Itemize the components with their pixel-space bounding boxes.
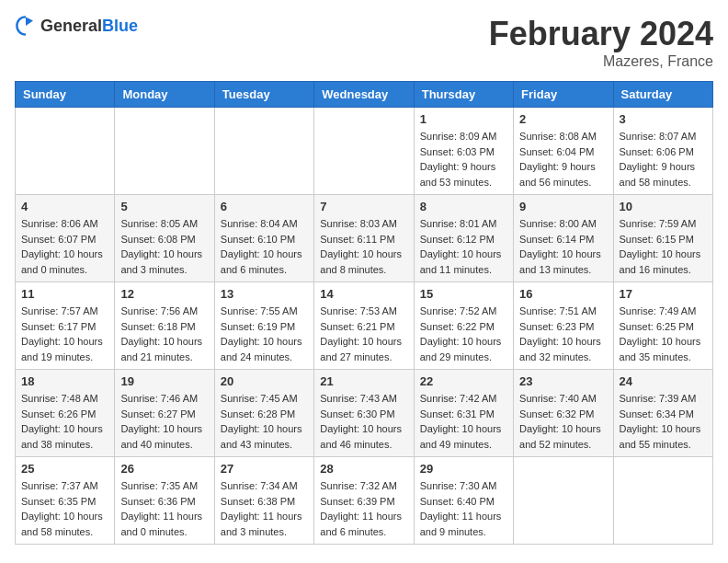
day-info: Sunrise: 7:48 AMSunset: 6:26 PMDaylight:… bbox=[21, 391, 108, 452]
calendar-cell: 17Sunrise: 7:49 AMSunset: 6:25 PMDayligh… bbox=[613, 282, 712, 370]
calendar-week-1: 4Sunrise: 8:06 AMSunset: 6:07 PMDaylight… bbox=[16, 195, 713, 282]
calendar-cell: 12Sunrise: 7:56 AMSunset: 6:18 PMDayligh… bbox=[115, 282, 214, 370]
day-info: Sunrise: 8:09 AMSunset: 6:03 PMDaylight:… bbox=[420, 129, 507, 190]
day-number: 27 bbox=[221, 462, 308, 476]
day-info: Sunrise: 7:32 AMSunset: 6:39 PMDaylight:… bbox=[320, 478, 407, 539]
title-block: February 2024 Mazeres, France bbox=[489, 15, 713, 70]
day-number: 7 bbox=[320, 200, 407, 213]
calendar-cell: 15Sunrise: 7:52 AMSunset: 6:22 PMDayligh… bbox=[414, 282, 513, 370]
day-info: Sunrise: 8:01 AMSunset: 6:12 PMDaylight:… bbox=[420, 216, 507, 277]
calendar-cell bbox=[214, 108, 313, 195]
weekday-header-tuesday: Tuesday bbox=[214, 82, 313, 108]
calendar-cell: 22Sunrise: 7:42 AMSunset: 6:31 PMDayligh… bbox=[414, 370, 513, 457]
day-number: 23 bbox=[519, 374, 607, 388]
day-info: Sunrise: 8:00 AMSunset: 6:14 PMDaylight:… bbox=[519, 216, 607, 277]
day-info: Sunrise: 7:53 AMSunset: 6:21 PMDaylight:… bbox=[320, 304, 407, 364]
logo-general: General bbox=[40, 17, 102, 35]
calendar-cell: 1Sunrise: 8:09 AMSunset: 6:03 PMDaylight… bbox=[414, 108, 513, 195]
day-info: Sunrise: 7:56 AMSunset: 6:18 PMDaylight:… bbox=[120, 304, 208, 364]
day-number: 29 bbox=[420, 462, 507, 476]
calendar-cell: 13Sunrise: 7:55 AMSunset: 6:19 PMDayligh… bbox=[214, 282, 313, 370]
day-number: 16 bbox=[519, 287, 607, 301]
calendar-week-0: 1Sunrise: 8:09 AMSunset: 6:03 PMDaylight… bbox=[16, 108, 713, 195]
day-number: 24 bbox=[620, 374, 707, 388]
calendar-cell: 23Sunrise: 7:40 AMSunset: 6:32 PMDayligh… bbox=[514, 370, 613, 457]
calendar-cell: 25Sunrise: 7:37 AMSunset: 6:35 PMDayligh… bbox=[16, 457, 115, 545]
calendar-cell: 3Sunrise: 8:07 AMSunset: 6:06 PMDaylight… bbox=[613, 108, 712, 195]
calendar-week-3: 18Sunrise: 7:48 AMSunset: 6:26 PMDayligh… bbox=[16, 370, 713, 457]
calendar-cell: 19Sunrise: 7:46 AMSunset: 6:27 PMDayligh… bbox=[115, 370, 214, 457]
day-info: Sunrise: 7:34 AMSunset: 6:38 PMDaylight:… bbox=[221, 478, 308, 539]
calendar-cell: 29Sunrise: 7:30 AMSunset: 6:40 PMDayligh… bbox=[414, 457, 513, 545]
logo-text: GeneralBlue bbox=[40, 17, 138, 36]
day-number: 8 bbox=[420, 200, 507, 213]
day-info: Sunrise: 7:59 AMSunset: 6:15 PMDaylight:… bbox=[620, 216, 707, 277]
weekday-header-row: SundayMondayTuesdayWednesdayThursdayFrid… bbox=[16, 82, 713, 108]
day-info: Sunrise: 7:46 AMSunset: 6:27 PMDaylight:… bbox=[120, 391, 208, 452]
day-info: Sunrise: 7:39 AMSunset: 6:34 PMDaylight:… bbox=[620, 391, 707, 452]
calendar-cell: 9Sunrise: 8:00 AMSunset: 6:14 PMDaylight… bbox=[514, 195, 613, 282]
day-info: Sunrise: 8:03 AMSunset: 6:11 PMDaylight:… bbox=[320, 216, 407, 277]
calendar-cell: 16Sunrise: 7:51 AMSunset: 6:23 PMDayligh… bbox=[514, 282, 613, 370]
calendar-cell: 21Sunrise: 7:43 AMSunset: 6:30 PMDayligh… bbox=[314, 370, 414, 457]
calendar-cell: 7Sunrise: 8:03 AMSunset: 6:11 PMDaylight… bbox=[314, 195, 414, 282]
day-number: 14 bbox=[320, 287, 407, 301]
calendar-cell bbox=[16, 108, 115, 195]
day-number: 6 bbox=[221, 200, 308, 213]
day-info: Sunrise: 7:30 AMSunset: 6:40 PMDaylight:… bbox=[420, 478, 507, 539]
day-number: 12 bbox=[120, 287, 208, 301]
weekday-header-friday: Friday bbox=[514, 82, 613, 108]
day-number: 13 bbox=[221, 287, 308, 301]
day-info: Sunrise: 7:42 AMSunset: 6:31 PMDaylight:… bbox=[420, 391, 507, 452]
day-number: 2 bbox=[519, 112, 607, 126]
day-info: Sunrise: 7:45 AMSunset: 6:28 PMDaylight:… bbox=[221, 391, 308, 452]
weekday-header-saturday: Saturday bbox=[613, 82, 712, 108]
day-number: 22 bbox=[420, 374, 507, 388]
logo-blue: Blue bbox=[102, 17, 138, 35]
calendar-cell: 27Sunrise: 7:34 AMSunset: 6:38 PMDayligh… bbox=[214, 457, 313, 545]
calendar-cell bbox=[514, 457, 613, 545]
calendar-cell: 14Sunrise: 7:53 AMSunset: 6:21 PMDayligh… bbox=[314, 282, 414, 370]
day-number: 21 bbox=[320, 374, 407, 388]
day-info: Sunrise: 7:35 AMSunset: 6:36 PMDaylight:… bbox=[120, 478, 208, 539]
calendar-header: SundayMondayTuesdayWednesdayThursdayFrid… bbox=[16, 82, 713, 108]
day-number: 3 bbox=[620, 112, 707, 126]
calendar-cell: 24Sunrise: 7:39 AMSunset: 6:34 PMDayligh… bbox=[613, 370, 712, 457]
calendar-cell: 8Sunrise: 8:01 AMSunset: 6:12 PMDaylight… bbox=[414, 195, 513, 282]
day-number: 18 bbox=[21, 374, 108, 388]
page-header: GeneralBlue February 2024 Mazeres, Franc… bbox=[15, 15, 713, 70]
day-number: 1 bbox=[420, 112, 507, 126]
calendar-cell: 5Sunrise: 8:05 AMSunset: 6:08 PMDaylight… bbox=[115, 195, 214, 282]
day-number: 10 bbox=[620, 200, 707, 213]
calendar-cell: 11Sunrise: 7:57 AMSunset: 6:17 PMDayligh… bbox=[16, 282, 115, 370]
weekday-header-sunday: Sunday bbox=[16, 82, 115, 108]
day-info: Sunrise: 7:51 AMSunset: 6:23 PMDaylight:… bbox=[519, 304, 607, 364]
day-number: 19 bbox=[120, 374, 208, 388]
day-number: 17 bbox=[620, 287, 707, 301]
day-info: Sunrise: 8:08 AMSunset: 6:04 PMDaylight:… bbox=[519, 129, 607, 190]
day-number: 15 bbox=[420, 287, 507, 301]
day-number: 26 bbox=[120, 462, 208, 476]
calendar-cell: 2Sunrise: 8:08 AMSunset: 6:04 PMDaylight… bbox=[514, 108, 613, 195]
calendar-cell bbox=[613, 457, 712, 545]
calendar-week-2: 11Sunrise: 7:57 AMSunset: 6:17 PMDayligh… bbox=[16, 282, 713, 370]
weekday-header-wednesday: Wednesday bbox=[314, 82, 414, 108]
calendar-cell: 6Sunrise: 8:04 AMSunset: 6:10 PMDaylight… bbox=[214, 195, 313, 282]
month-title: February 2024 bbox=[489, 15, 713, 53]
day-info: Sunrise: 7:57 AMSunset: 6:17 PMDaylight:… bbox=[21, 304, 108, 364]
day-info: Sunrise: 7:49 AMSunset: 6:25 PMDaylight:… bbox=[620, 304, 707, 364]
calendar-cell: 4Sunrise: 8:06 AMSunset: 6:07 PMDaylight… bbox=[16, 195, 115, 282]
day-info: Sunrise: 7:55 AMSunset: 6:19 PMDaylight:… bbox=[221, 304, 308, 364]
calendar-week-4: 25Sunrise: 7:37 AMSunset: 6:35 PMDayligh… bbox=[16, 457, 713, 545]
day-info: Sunrise: 8:04 AMSunset: 6:10 PMDaylight:… bbox=[221, 216, 308, 277]
day-number: 5 bbox=[120, 200, 208, 213]
calendar-cell: 18Sunrise: 7:48 AMSunset: 6:26 PMDayligh… bbox=[16, 370, 115, 457]
day-info: Sunrise: 7:43 AMSunset: 6:30 PMDaylight:… bbox=[320, 391, 407, 452]
day-number: 25 bbox=[21, 462, 108, 476]
weekday-header-monday: Monday bbox=[115, 82, 214, 108]
location-title: Mazeres, France bbox=[489, 53, 713, 70]
calendar-cell: 20Sunrise: 7:45 AMSunset: 6:28 PMDayligh… bbox=[214, 370, 313, 457]
day-number: 28 bbox=[320, 462, 407, 476]
day-number: 9 bbox=[519, 200, 607, 213]
day-info: Sunrise: 7:52 AMSunset: 6:22 PMDaylight:… bbox=[420, 304, 507, 364]
